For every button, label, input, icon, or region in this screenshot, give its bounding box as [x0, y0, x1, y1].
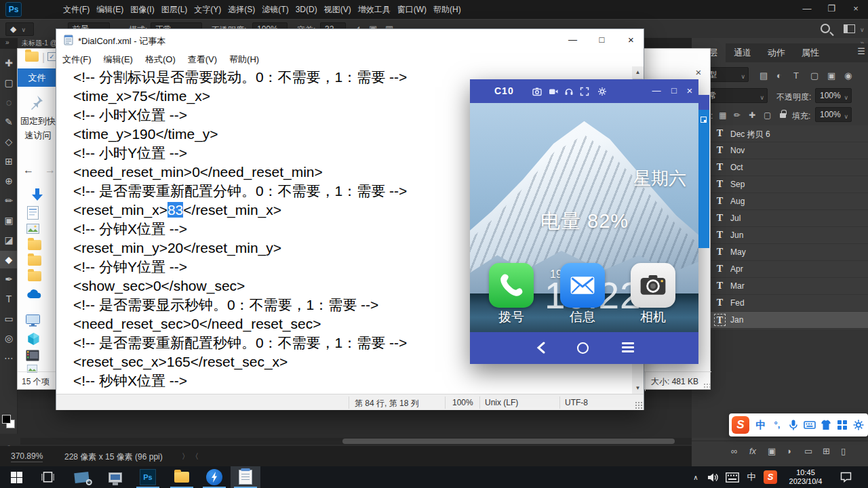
pixel-filter-icon[interactable]: ▤	[760, 70, 768, 81]
tool-pen[interactable]: ✒	[0, 270, 18, 288]
ps-restore-button[interactable]: ❐	[819, 0, 844, 19]
adjustment-layer-icon[interactable]: ◑	[786, 446, 791, 456]
layer-row[interactable]: TFed	[692, 295, 868, 312]
tool-eraser[interactable]: ◪	[0, 231, 18, 249]
panel-tab-2[interactable]: 通道	[726, 43, 760, 62]
ps-menu-item[interactable]: 文件(F)	[60, 0, 93, 19]
emulator-screen[interactable]: 星期六 电量 82% 1977/10/10 10:22 拨号	[470, 103, 698, 332]
tool-frame[interactable]: ◇	[0, 133, 18, 150]
notepad-menu-item[interactable]: 帮助(H)	[223, 52, 265, 66]
tool-marquee[interactable]: ▢	[0, 74, 18, 92]
fullscreen-icon[interactable]	[580, 87, 589, 96]
workspace-chevron-icon[interactable]: ∨	[860, 26, 866, 33]
tool-more[interactable]: ⋯	[0, 349, 18, 367]
ps-menu-item[interactable]: 选择(S)	[224, 0, 258, 19]
layer-fill-select[interactable]: 100%∨	[815, 107, 852, 122]
taskbar-explorer-button[interactable]	[167, 466, 197, 488]
taskbar-notepad-button[interactable]	[231, 466, 260, 488]
tool-preset-button[interactable]: ◆ ∨	[5, 22, 34, 36]
action-center-button[interactable]	[835, 466, 856, 488]
foreground-color-swatch[interactable]	[2, 415, 11, 424]
record-video-icon[interactable]	[549, 87, 558, 96]
start-button[interactable]	[1, 466, 31, 488]
panel-tab-3[interactable]: 动作	[760, 43, 793, 62]
notepad-minimize-button[interactable]: —	[558, 29, 587, 52]
resize-grip-icon[interactable]	[635, 401, 643, 409]
back-button[interactable]: ←	[23, 164, 34, 176]
notepad-menu-item[interactable]: 文件(F)	[56, 52, 98, 66]
messages-app-icon[interactable]	[560, 263, 605, 308]
layer-row[interactable]: TNov	[692, 142, 868, 159]
ps-menu-item[interactable]: 图层(L)	[158, 0, 191, 19]
tool-bucket[interactable]: ◆	[0, 251, 18, 268]
soft-keyboard-icon[interactable]	[802, 417, 818, 433]
pin-icon[interactable]	[28, 94, 45, 110]
shape-filter-icon[interactable]: ▢	[810, 70, 818, 81]
layer-row[interactable]: TSep	[692, 176, 868, 193]
notepad-titlebar[interactable]: *DialConf.xml - 记事本 — □ ×	[56, 29, 644, 52]
videos-icon[interactable]	[26, 350, 39, 361]
tool-brush[interactable]: ✏	[0, 192, 18, 209]
taskbar-lightning-app-button[interactable]	[199, 466, 229, 488]
panel-tab-4[interactable]: 属性	[793, 43, 827, 62]
tray-sogou-button[interactable]: S	[761, 466, 780, 488]
search-icon[interactable]	[821, 24, 830, 33]
tool-eyedropper[interactable]: ⊕	[0, 172, 18, 190]
folder-icon[interactable]	[28, 240, 41, 250]
lock-pixels-icon[interactable]: ✏	[734, 110, 741, 120]
toolbox-grid-icon[interactable]	[834, 417, 850, 433]
nav-menu-icon[interactable]	[622, 342, 634, 354]
skin-icon[interactable]	[818, 417, 834, 433]
notepad-menu-item[interactable]: 格式(O)	[139, 52, 182, 66]
volume-icon[interactable]	[704, 466, 722, 488]
layer-row[interactable]: TApr	[692, 261, 868, 278]
tab-overflow-icon[interactable]: »	[5, 39, 9, 46]
delete-layer-icon[interactable]: ▯	[841, 446, 846, 456]
layer-row[interactable]: TJan	[692, 312, 868, 329]
ps-close-button[interactable]: ×	[844, 0, 868, 19]
lock-artboard-icon[interactable]: ▢	[764, 110, 771, 120]
new-layer-icon[interactable]: ⊞	[823, 446, 830, 456]
ps-menu-item[interactable]: 编辑(E)	[93, 0, 127, 19]
tool-shape[interactable]: ▭	[0, 310, 18, 327]
ps-status-arrows-icon[interactable]: 〉 〈	[182, 451, 199, 462]
ps-minimize-button[interactable]: —	[795, 0, 819, 19]
pin-filter-icon[interactable]: ◉	[844, 70, 852, 81]
scroll-up-icon[interactable]: ▲	[632, 66, 644, 78]
notepad-close-button[interactable]: ×	[616, 29, 646, 52]
ps-menu-item[interactable]: 3D(D)	[292, 0, 321, 19]
emulator-minimize-button[interactable]: —	[648, 79, 665, 103]
search-app-button[interactable]	[66, 466, 96, 488]
ps-menu-item[interactable]: 视图(V)	[321, 0, 355, 19]
layer-opacity-select[interactable]: 100%∨	[815, 88, 852, 103]
tool-type[interactable]: T	[0, 290, 18, 308]
microphone-icon[interactable]	[785, 417, 802, 433]
ps-menu-item[interactable]: 增效工具	[355, 0, 394, 19]
layer-group-icon[interactable]: ▭	[804, 446, 812, 456]
ps-menu-item[interactable]: 窗口(W)	[394, 0, 430, 19]
tray-chevron-icon[interactable]: ∧	[688, 466, 704, 488]
emulator-side-toolbar[interactable]	[698, 95, 709, 248]
nav-home-icon[interactable]	[577, 342, 589, 354]
camera-app-icon[interactable]	[631, 263, 675, 308]
folder-icon[interactable]	[28, 271, 41, 281]
ps-horizontal-scrollbar[interactable]	[20, 438, 692, 445]
sogou-logo-icon[interactable]: S	[732, 416, 749, 434]
layer-style-fx-icon[interactable]: fx	[749, 446, 756, 456]
this-pc-icon[interactable]	[26, 314, 40, 327]
ime-mode-chinese[interactable]: 中	[753, 417, 769, 433]
ime-punctuation[interactable]: °,	[769, 417, 785, 433]
3d-objects-icon[interactable]	[27, 332, 40, 346]
layer-row[interactable]: TJul	[692, 210, 868, 227]
nav-back-icon[interactable]	[536, 342, 546, 354]
document-icon[interactable]	[27, 206, 39, 220]
ime-settings-icon[interactable]	[850, 417, 867, 433]
emulator-close-button[interactable]: ×	[681, 79, 698, 103]
layer-mask-icon[interactable]: ▣	[768, 446, 776, 456]
layer-row[interactable]: TMar	[692, 278, 868, 295]
taskbar-photoshop-button[interactable]: Ps	[133, 466, 163, 488]
ps-menu-item[interactable]: 滤镜(T)	[258, 0, 292, 19]
scroll-down-icon[interactable]: ▼	[632, 382, 644, 394]
remote-pc-button[interactable]	[100, 466, 130, 488]
task-view-button[interactable]	[33, 466, 62, 488]
